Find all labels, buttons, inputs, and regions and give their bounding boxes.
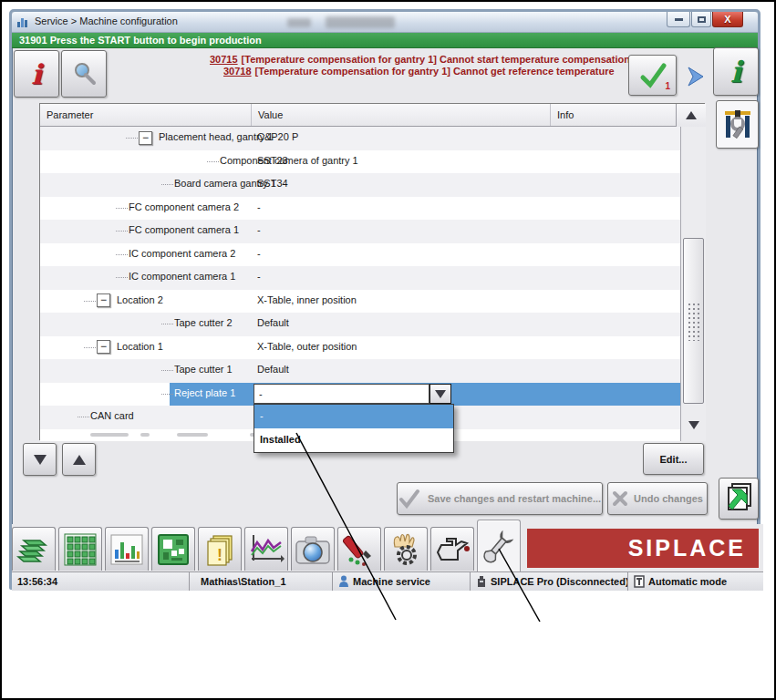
triangle-down-icon [34, 455, 47, 465]
collapse-toggle[interactable]: − [97, 293, 110, 307]
column-header-parameter[interactable]: Parameter [40, 104, 252, 126]
table-row[interactable]: Tape cutter 2Default [40, 313, 680, 336]
collapse-toggle[interactable]: − [139, 131, 152, 145]
scrollbar-thumb[interactable] [683, 238, 704, 404]
app-icon [17, 16, 30, 27]
column-header-value[interactable]: Value [252, 104, 551, 126]
undo-changes-button[interactable]: Undo changes [607, 482, 708, 515]
table-row[interactable]: Component camera of gantry 1SST23 [40, 150, 680, 174]
tree-connector [116, 277, 128, 278]
value-combobox[interactable]: - [253, 384, 429, 404]
tree-connector [207, 161, 219, 162]
redacted-text [326, 16, 395, 28]
error-text: [Temperature compensation for gantry 1] … [242, 54, 630, 65]
column-header-info[interactable]: Info [551, 104, 676, 126]
table-row[interactable]: IC component camera 1- [40, 266, 680, 290]
table-row[interactable]: Board camera gantry 1SST34 [40, 173, 680, 197]
maximize-button[interactable] [691, 12, 711, 27]
table-row[interactable]: FC component camera 1- [40, 220, 680, 243]
table-header: Parameter Value Info [40, 104, 704, 127]
close-button[interactable]: X [712, 12, 743, 27]
dropdown-item[interactable]: Installed [254, 428, 453, 452]
clipped-text [90, 433, 129, 437]
table-row[interactable]: Reject plate 1- [40, 383, 680, 407]
move-up-button[interactable] [62, 443, 96, 476]
row-label: Reject plate 1 [174, 387, 235, 398]
exit-arrow-icon [723, 482, 754, 515]
close-icon: X [724, 14, 730, 25]
edit-button[interactable]: Edit... [643, 443, 704, 475]
board-view-button[interactable] [151, 527, 195, 571]
search-button[interactable] [61, 50, 107, 98]
error-line[interactable]: 30715[Temperature compensation for gantr… [210, 54, 630, 66]
tree-connector [126, 138, 138, 139]
table-row[interactable]: Tape cutter 1Default [40, 359, 680, 383]
station-text: Mathias\Station_1 [201, 576, 286, 587]
service-text: Machine service [353, 576, 430, 587]
service-wrench-button[interactable] [477, 520, 521, 571]
x-icon-gray [612, 490, 628, 507]
mode-text: Automatic mode [648, 576, 727, 587]
row-label: CAN card [90, 410, 134, 421]
statistics-icon [109, 533, 144, 566]
machine-panel-button[interactable] [716, 100, 759, 149]
table-row[interactable]: −Location 1X-Table, outer position [40, 336, 680, 360]
error-info-button[interactable]: i [14, 50, 59, 98]
pcb-stack-button[interactable] [12, 527, 56, 571]
error-line[interactable]: 30718[Temperature compensation for gantr… [210, 66, 630, 77]
camera-button[interactable] [291, 527, 335, 571]
row-label: IC component camera 1 [129, 271, 235, 282]
help-info-icon: i [730, 55, 741, 89]
tree-connector [116, 208, 128, 209]
table-row[interactable]: −Location 2X-Table, inner position [40, 290, 680, 314]
minimize-button[interactable] [667, 12, 690, 27]
tree-connector [161, 370, 173, 371]
marker-icon [342, 532, 377, 567]
exit-button[interactable] [719, 478, 759, 520]
row-value: SST34 [257, 178, 288, 189]
error-log-button[interactable]: ! [198, 527, 242, 571]
error-code-link[interactable]: 30718 [223, 66, 252, 77]
row-label: Placement head, gantry 1 [159, 131, 273, 142]
table-row[interactable]: −Placement head, gantry 1C&P20 P [40, 127, 680, 150]
window-title: Service > Machine configuration [35, 15, 178, 26]
connection-field: SIPLACE Pro (Disconnected) [471, 572, 628, 591]
scroll-down-button[interactable] [681, 409, 707, 440]
error-code-link[interactable]: 30715 [210, 54, 238, 65]
magnifier-icon [70, 60, 98, 88]
manual-gear-button[interactable] [384, 527, 428, 571]
minimize-icon [675, 18, 683, 21]
triangle-down-icon [688, 421, 699, 429]
marker-button[interactable] [337, 527, 381, 571]
vertical-scrollbar[interactable] [680, 127, 706, 441]
lubrication-button[interactable] [430, 527, 474, 571]
clock-field: 13:56:34 [12, 572, 190, 591]
undo-label: Undo changes [634, 493, 703, 504]
error-log-icon: ! [202, 532, 237, 567]
scroll-up-button[interactable] [676, 104, 706, 127]
component-grid-button[interactable] [58, 527, 102, 571]
table-row[interactable]: FC component camera 2- [40, 197, 680, 221]
tree-connector [116, 254, 128, 255]
maximize-icon [698, 16, 706, 23]
camera-icon [295, 534, 331, 565]
row-label: Location 1 [117, 341, 163, 352]
row-label: FC component camera 2 [129, 201, 239, 212]
tree-connector [161, 184, 173, 185]
next-message-icon[interactable] [684, 64, 708, 89]
acknowledge-errors-button[interactable]: 1 [628, 55, 677, 96]
tree-connector [78, 417, 89, 417]
help-info-button[interactable]: i [713, 47, 759, 96]
save-restart-button[interactable]: Save changes and restart machine... [397, 482, 603, 515]
board-view-icon [157, 533, 190, 566]
row-value: - [257, 271, 261, 282]
dropdown-item[interactable]: - [254, 405, 453, 428]
row-value: C&P20 P [257, 131, 298, 142]
statistics-button[interactable] [105, 527, 149, 571]
collapse-toggle[interactable]: − [97, 340, 110, 354]
table-row[interactable]: IC component camera 2- [40, 243, 680, 267]
pcb-stack-icon [16, 533, 51, 566]
trend-chart-button[interactable] [244, 527, 288, 571]
combobox-dropdown-button[interactable] [429, 384, 451, 404]
move-down-button[interactable] [23, 443, 57, 476]
